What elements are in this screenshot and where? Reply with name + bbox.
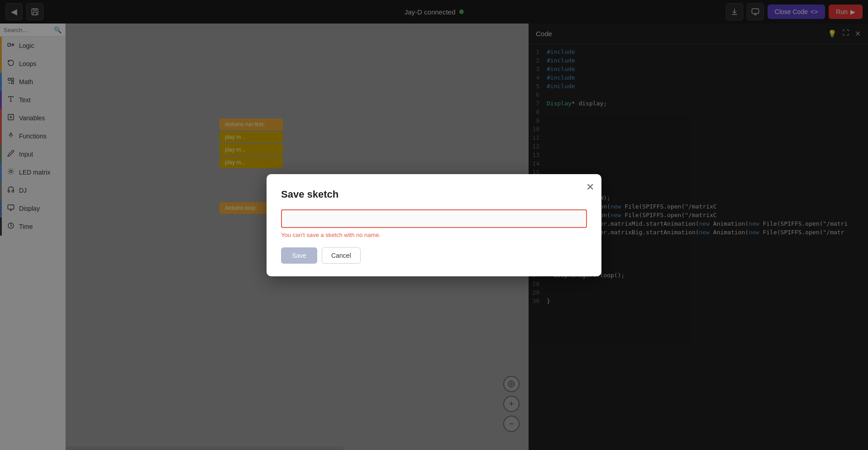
modal-error-message: You can't save a sketch with no name. xyxy=(281,232,587,238)
modal-actions: Save Cancel xyxy=(281,247,587,264)
cancel-sketch-button[interactable]: Cancel xyxy=(322,247,361,264)
modal-overlay: Save sketch ✕ You can't save a sketch wi… xyxy=(0,0,868,450)
modal-input-wrap xyxy=(281,209,587,228)
modal-title: Save sketch xyxy=(281,189,587,200)
save-modal: Save sketch ✕ You can't save a sketch wi… xyxy=(267,174,601,276)
save-sketch-button[interactable]: Save xyxy=(281,247,317,264)
modal-close-button[interactable]: ✕ xyxy=(586,181,594,193)
sketch-name-input[interactable] xyxy=(281,209,587,228)
